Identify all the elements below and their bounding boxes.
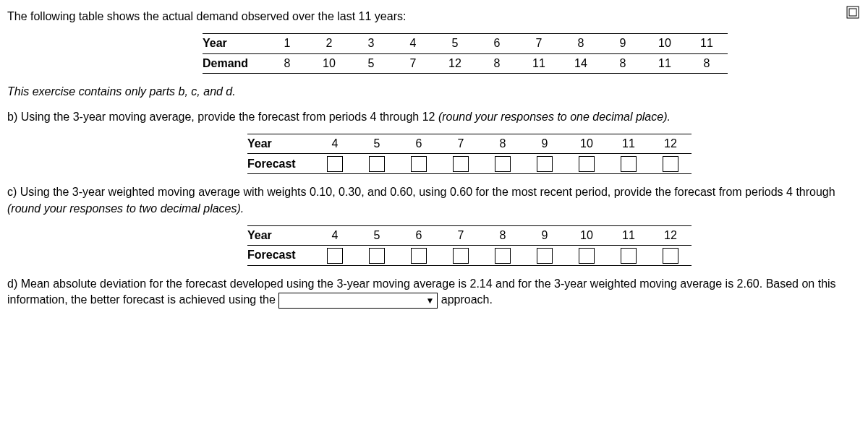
part-b-tail: (round your responses to one decimal pla…: [438, 111, 671, 123]
forecast-input[interactable]: [579, 156, 595, 172]
year-label: Year: [247, 134, 314, 153]
forecast-input[interactable]: [453, 156, 469, 172]
part-c-table: Year 4 5 6 7 8 9 10 11 12 Forecast: [247, 225, 692, 266]
demand-cell: 11: [644, 53, 686, 73]
part-d-line2-lead: information, the better forecast is achi…: [7, 293, 278, 306]
forecast-input[interactable]: [663, 156, 678, 172]
part-d-text: d) Mean absolute deviation for the forec…: [7, 276, 861, 309]
approach-select[interactable]: ▼: [278, 293, 438, 309]
demand-cell: 5: [350, 53, 392, 73]
year-cell: 9: [602, 34, 644, 53]
demand-cell: 12: [434, 53, 476, 73]
year-cell: 5: [434, 34, 476, 53]
year-cell: 7: [440, 134, 482, 153]
year-cell: 3: [350, 34, 392, 53]
demand-cell: 8: [476, 53, 518, 73]
forecast-input[interactable]: [495, 156, 511, 172]
year-label: Year: [247, 225, 314, 245]
part-b-table: Year 4 5 6 7 8 9 10 11 12 Forecast: [247, 134, 692, 174]
intro-text: The following table shows the actual dem…: [7, 9, 861, 25]
year-cell: 4: [314, 225, 356, 245]
forecast-input[interactable]: [369, 248, 385, 264]
forecast-input[interactable]: [327, 248, 343, 264]
year-cell: 6: [476, 34, 518, 53]
year-cell: 11: [608, 134, 650, 153]
demand-cell: 8: [686, 53, 728, 73]
forecast-input[interactable]: [495, 248, 511, 264]
year-label: Year: [203, 34, 266, 53]
year-cell: 1: [266, 34, 308, 53]
year-cell: 10: [644, 34, 686, 53]
chevron-down-icon: ▼: [425, 295, 434, 307]
forecast-input[interactable]: [327, 156, 343, 172]
forecast-input[interactable]: [621, 248, 637, 264]
forecast-label: Forecast: [247, 246, 314, 266]
part-d-line2-tail: approach.: [441, 293, 493, 306]
forecast-input[interactable]: [663, 248, 678, 264]
year-cell: 7: [518, 34, 560, 53]
year-cell: 9: [524, 225, 566, 245]
demand-cell: 8: [266, 53, 308, 73]
demand-cell: 8: [602, 53, 644, 73]
svg-rect-1: [849, 9, 856, 16]
year-cell: 11: [686, 34, 728, 53]
year-cell: 12: [650, 225, 692, 245]
year-cell: 9: [524, 134, 566, 153]
part-b-lead: b) Using the 3-year moving average, prov…: [7, 111, 438, 123]
year-cell: 10: [566, 225, 608, 245]
demand-table: Year 1 2 3 4 5 6 7 8 9 10 11 Demand 8 10…: [203, 33, 728, 74]
demand-cell: 7: [392, 53, 434, 73]
year-cell: 11: [608, 225, 650, 245]
year-cell: 8: [560, 34, 602, 53]
part-c-line1: c) Using the 3-year weighted moving aver…: [7, 186, 835, 198]
forecast-input[interactable]: [537, 248, 553, 264]
forecast-input[interactable]: [579, 248, 595, 264]
part-c-line2: (round your responses to two decimal pla…: [7, 202, 244, 215]
year-cell: 12: [650, 134, 692, 153]
forecast-label: Forecast: [247, 154, 314, 174]
forecast-input[interactable]: [621, 156, 637, 172]
year-cell: 5: [356, 225, 398, 245]
forecast-input[interactable]: [411, 156, 427, 172]
fullscreen-icon[interactable]: [846, 6, 859, 23]
year-cell: 8: [482, 225, 524, 245]
year-cell: 7: [440, 225, 482, 245]
year-cell: 2: [308, 34, 350, 53]
year-cell: 8: [482, 134, 524, 153]
exercise-note: This exercise contains only parts b, c, …: [7, 84, 861, 100]
part-c-prompt: c) Using the 3-year weighted moving aver…: [7, 184, 861, 217]
part-d-line1: d) Mean absolute deviation for the forec…: [7, 277, 836, 290]
year-cell: 6: [398, 225, 440, 245]
year-cell: 4: [314, 134, 356, 153]
demand-label: Demand: [203, 53, 266, 73]
forecast-input[interactable]: [411, 248, 427, 264]
part-b-prompt: b) Using the 3-year moving average, prov…: [7, 109, 861, 125]
year-cell: 4: [392, 34, 434, 53]
year-cell: 10: [566, 134, 608, 153]
demand-cell: 14: [560, 53, 602, 73]
demand-cell: 11: [518, 53, 560, 73]
forecast-input[interactable]: [369, 156, 385, 172]
forecast-input[interactable]: [537, 156, 553, 172]
svg-rect-0: [847, 7, 859, 18]
year-cell: 5: [356, 134, 398, 153]
year-cell: 6: [398, 134, 440, 153]
demand-cell: 10: [308, 53, 350, 73]
forecast-input[interactable]: [453, 248, 469, 264]
